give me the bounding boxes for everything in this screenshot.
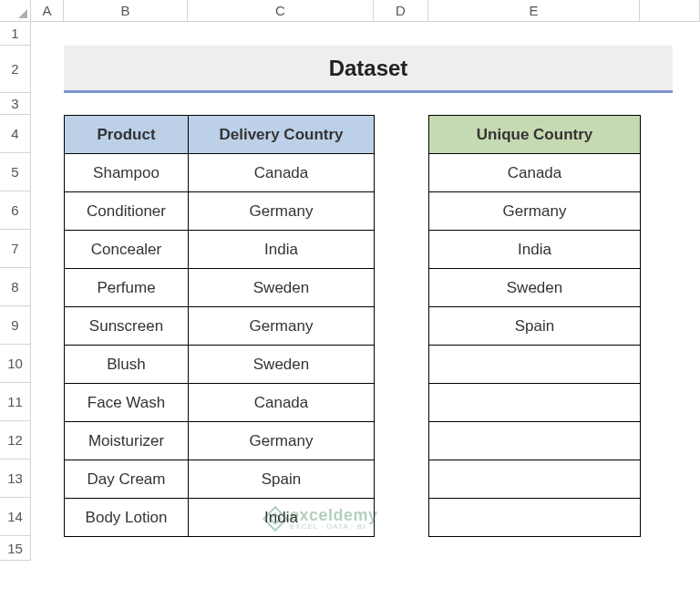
cell-delivery[interactable]: Germany — [189, 192, 375, 231]
cell-product[interactable]: Day Cream — [65, 460, 189, 499]
table-row — [429, 346, 641, 384]
cell-product[interactable]: Blush — [65, 346, 189, 384]
row-header[interactable]: 8 — [0, 268, 30, 306]
row-header[interactable]: 12 — [0, 421, 30, 460]
table-row: ConcealerIndia — [65, 231, 375, 269]
cell-product[interactable]: Perfume — [65, 269, 189, 307]
table-row: Germany — [429, 192, 641, 231]
table-row: SunscreenGermany — [65, 307, 375, 346]
row-header[interactable]: 4 — [0, 115, 30, 153]
table-row — [429, 384, 641, 422]
table-row: ShampooCanada — [65, 154, 375, 192]
col-header-D[interactable]: D — [374, 0, 428, 21]
header-product[interactable]: Product — [65, 116, 189, 154]
cell-delivery[interactable]: Germany — [189, 307, 375, 346]
table-row: Canada — [429, 154, 641, 192]
row-header[interactable]: 2 — [0, 46, 30, 93]
table-row: India — [429, 231, 641, 269]
table-header-row: Unique Country — [429, 116, 641, 154]
cell-product[interactable]: Sunscreen — [65, 307, 189, 346]
row-header[interactable]: 5 — [0, 153, 30, 191]
col-header-E[interactable]: E — [428, 0, 640, 21]
cell-unique[interactable]: Sweden — [429, 269, 641, 307]
cell-product[interactable]: Conditioner — [65, 192, 189, 231]
col-header-B[interactable]: B — [64, 0, 188, 21]
cell-unique[interactable]: Canada — [429, 154, 641, 192]
row-header[interactable]: 15 — [0, 536, 30, 561]
cell-unique[interactable] — [429, 384, 641, 422]
select-all-corner[interactable] — [0, 0, 31, 21]
cell-unique[interactable]: Spain — [429, 307, 641, 346]
watermark: exceldemy EXCEL · DATA · BI — [266, 507, 378, 531]
table-row: MoisturizerGermany — [65, 422, 375, 460]
cell-product[interactable]: Concealer — [65, 231, 189, 269]
row-header[interactable]: 7 — [0, 230, 30, 268]
table-row: Day CreamSpain — [65, 460, 375, 499]
row-header[interactable]: 1 — [0, 22, 30, 46]
header-delivery-country[interactable]: Delivery Country — [189, 116, 375, 154]
table-row: BlushSweden — [65, 346, 375, 384]
col-header-A[interactable]: A — [31, 0, 64, 21]
row-header-col: 1 2 3 4 5 6 7 8 9 10 11 12 13 14 15 — [0, 22, 31, 561]
watermark-brand: exceldemy — [290, 506, 378, 524]
table-row: ConditionerGermany — [65, 192, 375, 231]
table-row: Spain — [429, 307, 641, 346]
cell-product[interactable]: Moisturizer — [65, 422, 189, 460]
cell-delivery[interactable]: Germany — [189, 422, 375, 460]
table-row: Face WashCanada — [65, 384, 375, 422]
cell-unique[interactable] — [429, 460, 641, 499]
cell-unique[interactable]: Germany — [429, 192, 641, 231]
cell-delivery[interactable]: India — [189, 231, 375, 269]
cell-product[interactable]: Shampoo — [65, 154, 189, 192]
cell-delivery[interactable]: Canada — [189, 384, 375, 422]
row-header[interactable]: 10 — [0, 345, 30, 383]
cell-product[interactable]: Face Wash — [65, 384, 189, 422]
dataset-title: Dataset — [64, 46, 673, 93]
unique-country-table: Unique Country Canada Germany India Swed… — [428, 115, 641, 537]
column-header-row: A B C D E — [0, 0, 700, 22]
table-row: PerfumeSweden — [65, 269, 375, 307]
cell-delivery[interactable]: Sweden — [189, 346, 375, 384]
spreadsheet-cells[interactable]: Dataset Product Delivery Country Shampoo… — [31, 22, 700, 561]
row-header[interactable]: 13 — [0, 460, 30, 498]
cell-unique[interactable] — [429, 422, 641, 460]
cell-delivery[interactable]: Canada — [189, 154, 375, 192]
row-header[interactable]: 3 — [0, 93, 30, 115]
table-row: Sweden — [429, 269, 641, 307]
watermark-tagline: EXCEL · DATA · BI — [290, 523, 378, 531]
row-header[interactable]: 9 — [0, 306, 30, 345]
cell-unique[interactable]: India — [429, 231, 641, 269]
row-header[interactable]: 11 — [0, 383, 30, 421]
table-row — [429, 499, 641, 537]
cell-unique[interactable] — [429, 346, 641, 384]
header-unique-country[interactable]: Unique Country — [429, 116, 641, 154]
table-header-row: Product Delivery Country — [65, 116, 375, 154]
cell-delivery[interactable]: Spain — [189, 460, 375, 499]
row-header[interactable]: 14 — [0, 498, 30, 536]
cell-unique[interactable] — [429, 499, 641, 537]
cell-delivery[interactable]: Sweden — [189, 269, 375, 307]
table-row — [429, 422, 641, 460]
product-delivery-table: Product Delivery Country ShampooCanada C… — [64, 115, 375, 537]
row-header[interactable]: 6 — [0, 191, 30, 230]
col-header-C[interactable]: C — [188, 0, 374, 21]
watermark-logo-icon — [262, 506, 288, 532]
cell-product[interactable]: Body Lotion — [65, 499, 189, 537]
table-row — [429, 460, 641, 499]
col-header-F[interactable] — [640, 0, 700, 21]
